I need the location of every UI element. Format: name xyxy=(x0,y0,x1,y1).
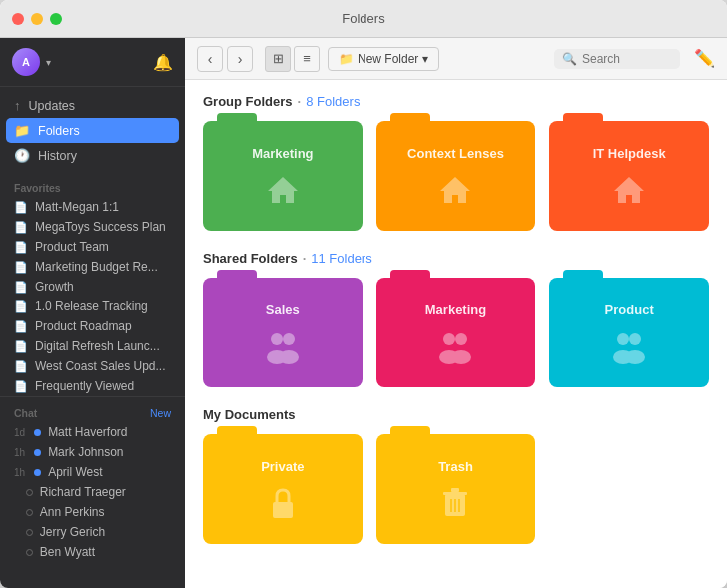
chat-label: Chat xyxy=(14,407,37,419)
sidebar-item-updates[interactable]: ↑ Updates xyxy=(0,93,185,118)
fav-item-3[interactable]: 📄 Marketing Budget Re... xyxy=(0,257,185,277)
active-dot-icon xyxy=(34,449,41,456)
inactive-dot-icon xyxy=(26,489,33,496)
doc-icon: 📄 xyxy=(14,340,28,353)
chat-time xyxy=(14,547,17,558)
doc-icon: 📄 xyxy=(14,241,28,254)
sidebar-item-history[interactable]: 🕐 History xyxy=(0,143,185,168)
minimize-button[interactable] xyxy=(31,13,43,25)
folder-context-lenses[interactable]: Context Lenses xyxy=(376,121,536,231)
active-dot-icon xyxy=(34,429,41,436)
view-toggle: ⊞ ≡ xyxy=(265,46,320,72)
doc-icon: 📄 xyxy=(14,261,28,274)
user-info[interactable]: A ▾ xyxy=(12,48,51,76)
compose-button[interactable]: ✏️ xyxy=(694,48,715,69)
home-icon xyxy=(264,171,302,209)
fav-item-9[interactable]: 📄 Frequently Viewed xyxy=(0,376,185,396)
search-input[interactable] xyxy=(582,52,672,66)
doc-icon: 📄 xyxy=(14,360,28,373)
active-dot-icon xyxy=(34,469,41,476)
folder-marketing-shared[interactable]: Marketing xyxy=(376,278,536,387)
chat-new[interactable]: New xyxy=(150,407,171,419)
folder-trash[interactable]: Trash xyxy=(376,434,536,544)
fav-item-4[interactable]: 📄 Growth xyxy=(0,277,185,296)
fav-item-0[interactable]: 📄 Matt-Megan 1:1 xyxy=(0,197,185,217)
sidebar-item-folders[interactable]: 📁 Folders xyxy=(6,118,179,143)
app-body: A ▾ 🔔 ↑ Updates 📁 Folders 🕐 History xyxy=(0,38,727,588)
people-icon xyxy=(608,327,650,365)
new-folder-button[interactable]: 📁 New Folder ▾ xyxy=(328,47,439,71)
app-window: Folders A ▾ 🔔 ↑ Updates 📁 Folders xyxy=(0,0,727,588)
chat-item-2[interactable]: 1h April West xyxy=(0,462,185,482)
group-folders-header: Group Folders · 8 Folders xyxy=(203,94,709,109)
folder-product[interactable]: Product xyxy=(549,278,709,387)
svg-rect-16 xyxy=(451,488,459,492)
forward-button[interactable]: › xyxy=(227,46,253,72)
fav-item-5[interactable]: 📄 1.0 Release Tracking xyxy=(0,296,185,316)
avatar: A xyxy=(12,48,40,76)
fav-item-7[interactable]: 📄 Digital Refresh Launc... xyxy=(0,336,185,356)
fav-item-1[interactable]: 📄 MegaToys Success Plan xyxy=(0,217,185,237)
svg-point-8 xyxy=(617,333,629,345)
chat-item-1[interactable]: 1h Mark Johnson xyxy=(0,442,185,462)
svg-point-13 xyxy=(280,507,285,512)
fav-item-2[interactable]: 📄 Product Team xyxy=(0,237,185,257)
my-documents-grid: Private Trash xyxy=(203,434,709,544)
back-button[interactable]: ‹ xyxy=(197,46,223,72)
list-view-button[interactable]: ≡ xyxy=(294,46,320,72)
folders-label: Folders xyxy=(38,124,80,138)
chat-item-4[interactable]: Ann Perkins xyxy=(0,502,185,522)
chat-item-6[interactable]: Ben Wyatt xyxy=(0,542,185,562)
fav-item-6[interactable]: 📄 Product Roadmap xyxy=(0,316,185,336)
svg-point-1 xyxy=(283,333,295,345)
inactive-dot-icon xyxy=(26,549,33,556)
grid-view-button[interactable]: ⊞ xyxy=(265,46,291,72)
maximize-button[interactable] xyxy=(50,13,62,25)
favorites-section-label: Favorites xyxy=(0,174,185,197)
sidebar-header: A ▾ 🔔 xyxy=(0,38,185,87)
search-icon: 🔍 xyxy=(562,52,577,66)
folder-marketing-group[interactable]: Marketing xyxy=(203,121,363,231)
bell-icon[interactable]: 🔔 xyxy=(153,53,173,72)
group-folders-grid: Marketing Context Lenses IT Helpdesk xyxy=(203,121,709,231)
home-icon xyxy=(610,171,648,209)
doc-icon: 📄 xyxy=(14,281,28,294)
lock-icon xyxy=(268,484,298,522)
svg-point-11 xyxy=(625,350,645,364)
svg-point-5 xyxy=(455,333,467,345)
doc-icon: 📄 xyxy=(14,201,28,214)
doc-icon: 📄 xyxy=(14,320,28,333)
folders-icon: 📁 xyxy=(14,123,30,138)
chat-section: Chat New 1d Matt Haverford 1h Mark Johns… xyxy=(0,396,185,562)
folder-private[interactable]: Private xyxy=(203,434,363,544)
folder-it-helpdesk[interactable]: IT Helpdesk xyxy=(549,121,709,231)
search-box: 🔍 xyxy=(554,49,680,69)
chat-item-3[interactable]: Richard Traeger xyxy=(0,482,185,502)
close-button[interactable] xyxy=(12,13,24,25)
chevron-down-icon: ▾ xyxy=(46,57,51,68)
doc-icon: 📄 xyxy=(14,221,28,234)
toolbar: ‹ › ⊞ ≡ 📁 New Folder ▾ 🔍 ✏️ xyxy=(185,38,727,80)
history-label: History xyxy=(38,149,77,163)
updates-icon: ↑ xyxy=(14,98,21,113)
inactive-dot-icon xyxy=(26,529,33,536)
main-area: ‹ › ⊞ ≡ 📁 New Folder ▾ 🔍 ✏️ xyxy=(185,38,727,588)
updates-label: Updates xyxy=(29,99,76,113)
doc-icon: 📄 xyxy=(14,300,28,313)
sidebar: A ▾ 🔔 ↑ Updates 📁 Folders 🕐 History xyxy=(0,38,185,588)
chat-item-5[interactable]: Jerry Gerich xyxy=(0,522,185,542)
sidebar-nav: ↑ Updates 📁 Folders 🕐 History xyxy=(0,87,185,174)
chat-item-0[interactable]: 1d Matt Haverford xyxy=(0,422,185,442)
content-area: Group Folders · 8 Folders Marketing Cont… xyxy=(185,80,727,588)
svg-point-3 xyxy=(279,350,299,364)
svg-point-0 xyxy=(271,333,283,345)
fav-item-8[interactable]: 📄 West Coast Sales Upd... xyxy=(0,356,185,376)
chat-time: 1h xyxy=(14,467,25,478)
svg-rect-15 xyxy=(443,492,467,495)
shared-folders-header: Shared Folders · 11 Folders xyxy=(203,251,709,266)
folder-sales[interactable]: Sales xyxy=(203,278,363,387)
my-documents-header: My Documents xyxy=(203,407,709,422)
window-title: Folders xyxy=(342,11,384,26)
people-icon xyxy=(262,327,304,365)
svg-point-4 xyxy=(443,333,455,345)
